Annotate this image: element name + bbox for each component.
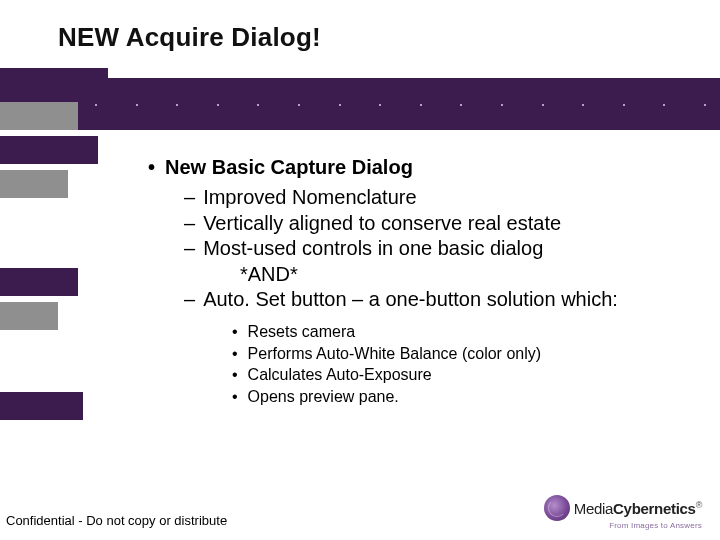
bullet-level3-group: •Resets camera •Performs Auto-White Bala… <box>148 321 690 407</box>
logo-tagline: From Images to Answers <box>544 521 702 530</box>
bullet-level2: –Most-used controls in one basic dialog <box>184 236 690 262</box>
deco-bar <box>0 392 83 420</box>
deco-bar <box>0 268 78 296</box>
bullet-level2: –Vertically aligned to conserve real est… <box>184 211 690 237</box>
bullet-level2: –Auto. Set button – a one-button solutio… <box>184 287 690 313</box>
slide-title: NEW Acquire Dialog! <box>58 22 720 53</box>
bullet-level3: •Calculates Auto-Exposure <box>232 364 690 386</box>
bullet-level2: –Improved Nomenclature <box>184 185 690 211</box>
bullet-level3: •Resets camera <box>232 321 690 343</box>
bullet-level3: •Performs Auto-White Balance (color only… <box>232 343 690 365</box>
logo-text: MediaCybernetics® <box>574 500 702 517</box>
deco-bar <box>0 170 68 198</box>
bullet-level3: •Opens preview pane. <box>232 386 690 408</box>
content-body: •New Basic Capture Dialog –Improved Nome… <box>148 156 690 407</box>
deco-bar <box>0 302 58 330</box>
brand-logo: MediaCybernetics® From Images to Answers <box>544 495 702 530</box>
bullet-level1: •New Basic Capture Dialog <box>148 156 690 179</box>
deco-bar <box>0 136 98 164</box>
title-region: NEW Acquire Dialog! <box>0 0 720 78</box>
deco-bar <box>0 102 78 130</box>
bullet-level2-group: –Improved Nomenclature –Vertically align… <box>148 185 690 313</box>
logo-swirl-icon <box>544 495 570 521</box>
confidential-footer: Confidential - Do not copy or distribute <box>6 513 227 528</box>
bullet-text: New Basic Capture Dialog <box>165 156 413 178</box>
deco-bar <box>0 68 108 96</box>
dotted-divider <box>0 104 720 106</box>
and-marker: *AND* <box>184 262 690 288</box>
